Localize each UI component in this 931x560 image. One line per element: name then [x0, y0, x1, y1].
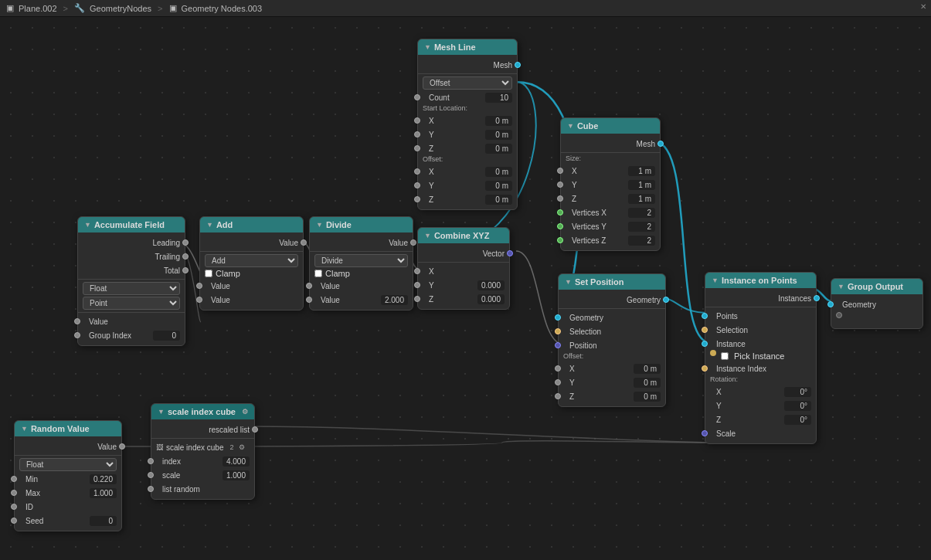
set-position-header: ▼ Set Position: [559, 274, 665, 290]
geonode003-label: Geometry Nodes.003: [182, 4, 263, 13]
geonode003-icon: ▣: [169, 3, 177, 13]
add-clamp-checkbox[interactable]: [205, 270, 212, 277]
divide-out: [410, 239, 416, 246]
group-output-header: ▼ Group Output: [831, 279, 923, 294]
random-value-node: ▼ Random Value Value Float Min 0.220 Max: [14, 420, 122, 531]
random-value-out: [119, 443, 125, 450]
accumulate-field-header: ▼ Accumulate Field: [78, 217, 185, 232]
mesh-line-node: ▼ Mesh Line Mesh Offset 10 Count 10 Star…: [417, 39, 518, 210]
mesh-line-mode-select[interactable]: Offset: [423, 76, 512, 90]
total-out: [182, 267, 189, 273]
accumulate-domain-select[interactable]: Point: [83, 297, 180, 310]
add-header: ▼ Add: [200, 217, 303, 232]
divide-operation-select[interactable]: Divide: [314, 254, 408, 267]
mesh-line-mesh-row: Mesh: [418, 58, 517, 72]
trailing-out: [182, 253, 189, 260]
close-icon[interactable]: ✕: [920, 2, 926, 11]
geonode-icon: 🔧: [74, 3, 85, 13]
divide-clamp-checkbox[interactable]: [314, 270, 322, 277]
cube-node: ▼ Cube Mesh Size: X 1 m Y 1 m Z: [560, 117, 661, 251]
combine-xyz-node: ▼ Combine XYZ Vector X Y 0.000 Z 0.000: [417, 227, 510, 310]
instance-on-points-header: ▼ Instance on Points: [705, 273, 816, 288]
divide-header: ▼ Divide: [310, 217, 413, 232]
set-position-node: ▼ Set Position Geometry Geometry Selecti…: [558, 273, 666, 407]
mesh-line-mesh-socket: [515, 62, 521, 68]
plane-icon: ▣: [6, 3, 14, 13]
mesh-line-count-row: 10 Count 10: [418, 90, 517, 104]
scale-index-header: ▼ scale index cube ⚙: [151, 404, 254, 419]
scale-index-out: [252, 426, 258, 433]
scale-index-cube-node: ▼ scale index cube ⚙ rescaled list 🖼 sca…: [151, 403, 255, 500]
count-socket-left: [414, 94, 420, 100]
divide-node: ▼ Divide Value Divide Clamp Value: [309, 216, 413, 311]
random-datatype-select[interactable]: Float: [19, 458, 117, 471]
cube-mesh-out: [657, 141, 664, 147]
accumulate-field-node: ▼ Accumulate Field Leading Trailing Tota…: [77, 216, 185, 346]
pick-instance-checkbox[interactable]: [721, 352, 729, 360]
topbar: ▣ Plane.002 > 🔧 GeometryNodes > ▣ Geomet…: [0, 0, 931, 17]
node-editor-canvas[interactable]: ▼ Mesh Line Mesh Offset 10 Count 10 Star…: [0, 17, 931, 560]
geonode-label: GeometryNodes: [90, 4, 151, 13]
cube-header: ▼ Cube: [561, 118, 660, 134]
accumulate-datatype-select[interactable]: Float: [83, 282, 180, 295]
group-output-node: ▼ Group Output Geometry: [831, 278, 923, 329]
combine-xyz-header: ▼ Combine XYZ: [418, 228, 509, 243]
random-value-header: ▼ Random Value: [15, 421, 121, 436]
add-operation-select[interactable]: Add: [205, 254, 298, 267]
iop-instances-out: [814, 295, 820, 301]
add-node: ▼ Add Value Add Clamp Value: [199, 216, 304, 311]
leading-out: [182, 239, 189, 246]
instance-on-points-node: ▼ Instance on Points Instances Points Se…: [705, 272, 817, 444]
setpos-geo-out: [663, 297, 669, 303]
combine-xyz-out: [507, 250, 513, 256]
add-out: [301, 239, 307, 246]
plane-label: Plane.002: [19, 4, 57, 13]
mesh-line-header: ▼ Mesh Line: [418, 39, 517, 55]
